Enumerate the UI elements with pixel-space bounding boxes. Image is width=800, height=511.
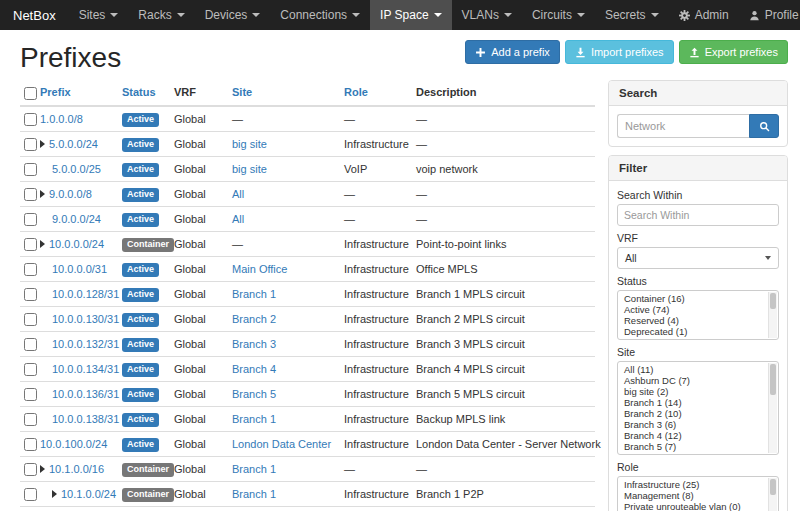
row-checkbox[interactable] (24, 363, 37, 376)
nav-item-vlans[interactable]: VLANs (452, 0, 522, 30)
prefix-link[interactable]: 10.1.0.0/24 (61, 488, 116, 500)
scrollbar-thumb[interactable] (770, 364, 776, 395)
row-checkbox[interactable] (24, 163, 37, 176)
site-link[interactable]: Branch 2 (232, 313, 276, 325)
role-cell: Infrastructure (340, 281, 412, 306)
prefix-link[interactable]: 1.0.0.0/8 (40, 113, 83, 125)
nav-item-circuits[interactable]: Circuits (522, 0, 595, 30)
app-logo[interactable]: NetBox (0, 0, 69, 30)
add-a-prefix-button[interactable]: Add a prefix (465, 40, 560, 64)
scrollbar-thumb[interactable] (770, 479, 776, 495)
nav-item-sites[interactable]: Sites (69, 0, 129, 30)
prefix-link[interactable]: 10.0.0.128/31 (52, 288, 119, 300)
row-checkbox[interactable] (24, 113, 37, 126)
nav-item-racks[interactable]: Racks (128, 0, 194, 30)
nav-item-devices[interactable]: Devices (195, 0, 271, 30)
prefix-link[interactable]: 5.0.0.0/25 (52, 163, 101, 175)
row-checkbox[interactable] (24, 138, 37, 151)
column-header-site[interactable]: Site (228, 80, 340, 106)
site-link[interactable]: Branch 4 (232, 363, 276, 375)
column-header-prefix[interactable]: Prefix (36, 80, 118, 106)
select-option[interactable]: big site (2) (618, 386, 766, 397)
row-checkbox[interactable] (24, 438, 37, 451)
site-cell: — (228, 231, 340, 256)
scrollbar[interactable] (768, 292, 777, 338)
row-checkbox[interactable] (24, 213, 37, 226)
scrollbar[interactable] (768, 478, 777, 511)
tree-indent (40, 322, 52, 323)
site-link[interactable]: All (232, 188, 244, 200)
import-prefixes-button[interactable]: Import prefixes (565, 40, 674, 64)
select-option[interactable]: Branch 5 (7) (618, 441, 766, 452)
prefix-link[interactable]: 9.0.0.0/24 (52, 213, 101, 225)
nav-item-ip-space[interactable]: IP Space (370, 0, 451, 30)
row-checkbox[interactable] (24, 313, 37, 326)
search-within-input[interactable] (617, 204, 779, 226)
row-checkbox[interactable] (24, 463, 37, 476)
select-option[interactable]: Deprecated (1) (618, 326, 766, 337)
prefix-link[interactable]: 10.0.0.136/31 (52, 388, 119, 400)
select-option[interactable]: Branch 3 (6) (618, 419, 766, 430)
row-checkbox[interactable] (24, 338, 37, 351)
prefix-link[interactable]: 10.1.0.0/16 (49, 463, 104, 475)
site-link[interactable]: big site (232, 138, 267, 150)
select-option[interactable]: All (11) (618, 364, 766, 375)
site-link[interactable]: Branch 1 (232, 288, 276, 300)
description-cell: Office MPLS (412, 256, 595, 281)
prefix-link[interactable]: 10.0.100.0/24 (40, 438, 107, 450)
select-all-checkbox[interactable] (24, 87, 37, 100)
site-link[interactable]: Main Office (232, 263, 287, 275)
site-link[interactable]: Branch 1 (232, 488, 276, 500)
vrf-select[interactable]: All (617, 247, 779, 269)
site-link[interactable]: Branch 1 (232, 463, 276, 475)
page-actions: Add a prefixImport prefixesExport prefix… (465, 40, 788, 64)
column-header-status[interactable]: Status (118, 80, 170, 106)
select-option[interactable]: Branch 2 (10) (618, 408, 766, 419)
prefix-cell: 10.1.0.0/24 (36, 481, 118, 506)
select-option[interactable]: Reserved (4) (618, 315, 766, 326)
prefix-link[interactable]: 10.0.0.132/31 (52, 338, 119, 350)
select-option[interactable]: Active (74) (618, 304, 766, 315)
nav-item-secrets[interactable]: Secrets (595, 0, 669, 30)
search-input[interactable] (617, 114, 749, 138)
nav-item-profile[interactable]: Profile (739, 0, 800, 30)
prefix-link[interactable]: 10.0.0.0/24 (49, 238, 104, 250)
status-cell: Active (118, 406, 170, 431)
select-option[interactable]: Private unrouteable vlan (0) (618, 501, 766, 511)
site-link[interactable]: Branch 3 (232, 338, 276, 350)
row-checkbox[interactable] (24, 238, 37, 251)
select-option[interactable]: Branch 4 (12) (618, 430, 766, 441)
prefix-link[interactable]: 10.0.0.0/31 (52, 263, 107, 275)
row-checkbox[interactable] (24, 413, 37, 426)
nav-item-connections[interactable]: Connections (270, 0, 370, 30)
status-cell: Active (118, 106, 170, 132)
site-link[interactable]: big site (232, 163, 267, 175)
column-header-role[interactable]: Role (340, 80, 412, 106)
scrollbar[interactable] (768, 363, 777, 453)
scrollbar-thumb[interactable] (770, 293, 776, 309)
row-checkbox[interactable] (24, 388, 37, 401)
site-link[interactable]: All (232, 213, 244, 225)
site-link[interactable]: Branch 5 (232, 388, 276, 400)
select-option[interactable]: COLO-1-24 (1) (618, 452, 766, 455)
tree-indent (40, 347, 52, 348)
row-checkbox[interactable] (24, 288, 37, 301)
site-link[interactable]: Branch 1 (232, 413, 276, 425)
prefix-link[interactable]: 9.0.0.0/8 (49, 188, 92, 200)
prefix-link[interactable]: 5.0.0.0/24 (49, 138, 98, 150)
search-button[interactable] (749, 114, 779, 138)
select-option[interactable]: Ashburn DC (7) (618, 375, 766, 386)
select-option[interactable]: Branch 1 (14) (618, 397, 766, 408)
prefix-link[interactable]: 10.0.0.134/31 (52, 363, 119, 375)
select-option[interactable]: Container (16) (618, 293, 766, 304)
row-checkbox[interactable] (24, 263, 37, 276)
select-option[interactable]: Management (8) (618, 490, 766, 501)
prefix-link[interactable]: 10.0.0.130/31 (52, 313, 119, 325)
export-prefixes-button[interactable]: Export prefixes (679, 40, 788, 64)
site-link[interactable]: London Data Center (232, 438, 331, 450)
nav-item-admin[interactable]: Admin (669, 0, 739, 30)
select-option[interactable]: Infrastructure (25) (618, 479, 766, 490)
row-checkbox[interactable] (24, 488, 37, 501)
prefix-link[interactable]: 10.0.0.138/31 (52, 413, 119, 425)
row-checkbox[interactable] (24, 188, 37, 201)
